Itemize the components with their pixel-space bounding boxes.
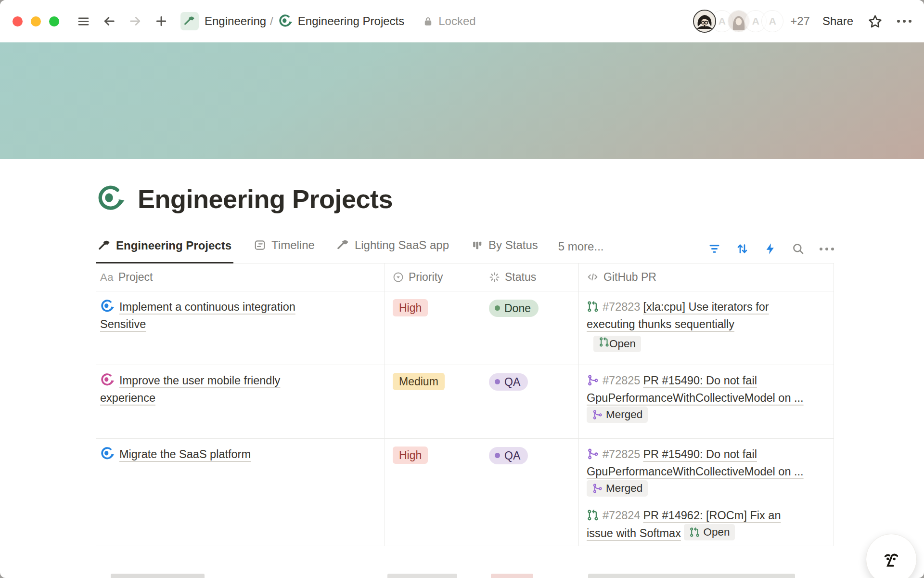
- view-actions: [708, 242, 834, 263]
- github-pr-cell[interactable]: #72823[xla:cpu] Use iterators for execut…: [579, 291, 834, 365]
- sync-icon: [278, 14, 293, 28]
- page-sync-icon[interactable]: [96, 184, 125, 213]
- priority-cell[interactable]: High: [385, 439, 481, 546]
- portrait-avatar-icon: [694, 11, 715, 32]
- tab-by-status[interactable]: By Status: [469, 238, 540, 263]
- tab-lighting-saas-app[interactable]: Lighting SaaS app: [335, 238, 451, 263]
- pr-status-badge[interactable]: Open: [684, 524, 735, 540]
- hamburger-icon: [77, 15, 90, 28]
- breadcrumb-root-button[interactable]: [180, 12, 199, 30]
- column-header-project[interactable]: Aa Project: [96, 263, 385, 291]
- sidebar-toggle-button[interactable]: [74, 12, 93, 31]
- pr-number: #72825: [603, 448, 640, 460]
- tab-engineering-projects[interactable]: Engineering Projects: [96, 239, 233, 263]
- avatar-initial: A: [719, 15, 726, 27]
- breadcrumb-separator: /: [270, 14, 273, 28]
- hammer-icon: [184, 15, 195, 27]
- project-cell[interactable]: Migrate the SaaS platform: [96, 439, 385, 546]
- project-cell[interactable]: Improve the user mobile friendly experie…: [96, 365, 385, 438]
- breadcrumb-root-label[interactable]: Engineering: [205, 14, 266, 28]
- fullscreen-window-button[interactable]: [49, 16, 59, 26]
- avatar[interactable]: [693, 10, 716, 33]
- timeline-icon: [254, 239, 266, 251]
- page-header: Engineering Projects: [96, 184, 834, 214]
- status-cell[interactable]: QA: [481, 439, 579, 546]
- hammer-icon: [337, 239, 349, 251]
- more-views-button[interactable]: 5 more...: [558, 240, 604, 263]
- table-row: Implement a continuous integration Sensi…: [96, 291, 834, 365]
- pr-status-label: Open: [703, 525, 730, 540]
- window-controls: [13, 16, 59, 26]
- star-icon: [868, 14, 883, 29]
- view-tabs-bar: Engineering Projects Timeline Lighting S…: [96, 231, 834, 263]
- github-pr-cell[interactable]: #72825PR #15490: Do not fail GpuPerforma…: [579, 365, 834, 438]
- column-label: Priority: [409, 271, 443, 284]
- more-options-button[interactable]: [897, 20, 911, 23]
- pr-status-badge[interactable]: Open: [593, 336, 641, 352]
- close-window-button[interactable]: [13, 16, 23, 26]
- table-rows: Implement a continuous integration Sensi…: [96, 291, 834, 546]
- status-dot-icon: [495, 305, 500, 311]
- git-pull-request-icon: [689, 527, 700, 538]
- minimize-window-button[interactable]: [31, 16, 41, 26]
- project-title-link[interactable]: Migrate the SaaS platform: [119, 448, 251, 460]
- column-header-priority[interactable]: Priority: [385, 263, 481, 291]
- priority-badge[interactable]: High: [393, 299, 428, 316]
- hammer-icon: [98, 239, 111, 252]
- lightning-icon[interactable]: [764, 242, 777, 255]
- project-title-link[interactable]: Improve the user mobile friendly experie…: [100, 374, 280, 404]
- back-button[interactable]: [100, 12, 119, 31]
- collaborator-avatars[interactable]: A A A: [693, 10, 783, 33]
- status-pill[interactable]: Done: [489, 300, 539, 317]
- favorite-button[interactable]: [868, 14, 883, 29]
- status-pill[interactable]: QA: [489, 373, 528, 391]
- topbar-actions: A A A +27 Share: [693, 10, 911, 33]
- status-cell[interactable]: QA: [481, 365, 579, 438]
- pr-status-label: Merged: [606, 407, 642, 422]
- notion-window: Engineering / Engineering Projects Locke…: [0, 0, 924, 578]
- search-icon[interactable]: [792, 242, 805, 255]
- priority-badge[interactable]: Medium: [393, 373, 445, 390]
- new-tab-button[interactable]: [152, 12, 171, 31]
- pr-number: #72823: [603, 301, 640, 313]
- breadcrumb-current-label[interactable]: Engineering Projects: [298, 14, 404, 28]
- page-title[interactable]: Engineering Projects: [138, 184, 393, 214]
- git-merge-icon: [587, 374, 599, 386]
- tab-timeline[interactable]: Timeline: [252, 238, 317, 263]
- project-cell[interactable]: Implement a continuous integration Sensi…: [96, 291, 385, 365]
- column-header-github-pr[interactable]: GitHub PR: [579, 263, 834, 291]
- project-title-link[interactable]: Implement a continuous integration Sensi…: [100, 301, 295, 330]
- lock-icon: [423, 16, 434, 27]
- view-more-options-button[interactable]: [820, 248, 834, 250]
- collaborator-overflow-count[interactable]: +27: [790, 14, 810, 28]
- sort-icon[interactable]: [736, 242, 749, 255]
- status-cell[interactable]: Done: [481, 291, 579, 365]
- share-button[interactable]: Share: [822, 14, 853, 28]
- git-merge-icon: [587, 448, 599, 460]
- avatar-initial: A: [752, 15, 759, 27]
- pr-status-badge[interactable]: Merged: [587, 407, 648, 423]
- column-label: GitHub PR: [603, 271, 656, 284]
- git-merge-icon: [592, 483, 603, 494]
- avatar-initial: A: [769, 15, 776, 27]
- pr-status-badge[interactable]: Merged: [587, 480, 648, 497]
- priority-cell[interactable]: Medium: [385, 365, 481, 438]
- filter-icon[interactable]: [708, 242, 721, 255]
- priority-badge[interactable]: High: [393, 447, 428, 464]
- notion-ai-button[interactable]: [866, 534, 917, 578]
- sync-icon: [100, 299, 115, 314]
- avatar[interactable]: A: [761, 10, 783, 32]
- git-pull-request-icon: [599, 337, 609, 347]
- tab-label: By Status: [488, 238, 538, 252]
- locked-indicator[interactable]: Locked: [423, 14, 475, 28]
- pr-number: #72824: [603, 509, 640, 522]
- github-pr-cell[interactable]: #72825PR #15490: Do not fail GpuPerforma…: [579, 439, 834, 546]
- status-pill[interactable]: QA: [489, 447, 528, 464]
- forward-button[interactable]: [126, 12, 145, 31]
- ellipsis-icon: [897, 20, 900, 23]
- breadcrumb: Engineering / Engineering Projects: [180, 12, 404, 30]
- priority-cell[interactable]: High: [385, 291, 481, 365]
- page-cover-image[interactable]: [0, 42, 924, 159]
- column-header-status[interactable]: Status: [481, 263, 579, 291]
- status-label: Done: [504, 301, 531, 316]
